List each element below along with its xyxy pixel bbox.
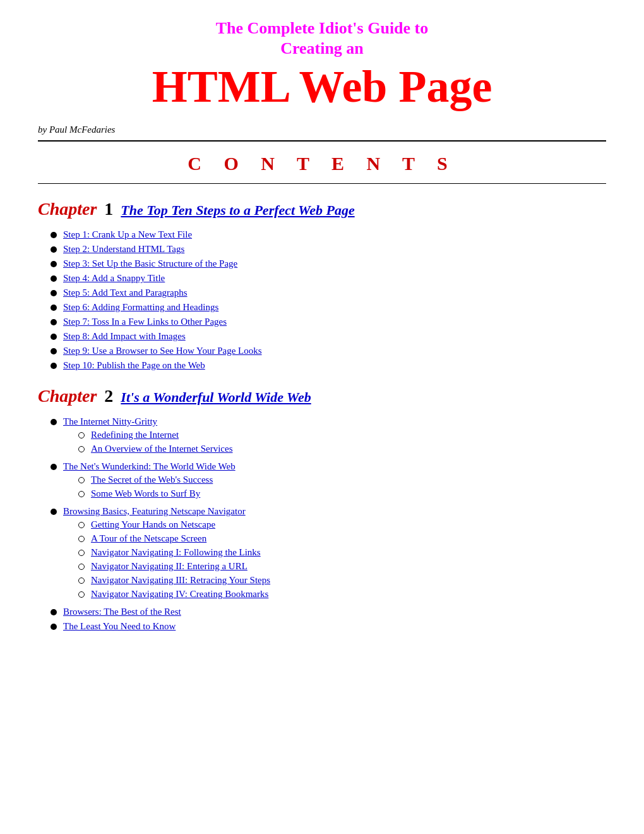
author-line: by Paul McFedaries (38, 124, 606, 135)
filled-bullet-icon (51, 419, 57, 425)
chapter-2-item-4-link[interactable]: Browsers: The Best of the Rest (63, 607, 181, 617)
list-item: Redefining the Internet (78, 430, 606, 440)
chapter-2-label: Chapter (38, 386, 97, 406)
chapter-2-item-3-sublist: Getting Your Hands on NetscapeA Tour of … (78, 519, 606, 600)
list-item: Step 2: Understand HTML Tags (51, 244, 606, 255)
chapter-2-item-3-sub-5-link[interactable]: Navigator Navigating III: Retracing Your… (91, 575, 270, 586)
filled-bullet-icon (51, 232, 57, 238)
chapter-1-label: Chapter (38, 199, 97, 219)
filled-bullet-icon (51, 348, 57, 354)
chapter-2-heading: Chapter2It's a Wonderful World Wide Web (38, 386, 606, 406)
contents-divider (38, 183, 606, 184)
chapter-1-item-5-link[interactable]: Step 5: Add Text and Paragraphs (63, 287, 188, 298)
list-item: Navigator Navigating IV: Creating Bookma… (78, 589, 606, 600)
list-item: The Net's Wunderkind: The World Wide Web… (51, 461, 606, 502)
list-item: A Tour of the Netscape Screen (78, 533, 606, 544)
chapter-1-item-4-link[interactable]: Step 4: Add a Snappy Title (63, 273, 165, 283)
chapter-2-item-2-sub-1-link[interactable]: The Secret of the Web's Success (91, 474, 213, 485)
open-bullet-icon (78, 550, 85, 556)
chapter-2-list: The Internet Nitty-GrittyRedefining the … (51, 416, 606, 632)
open-bullet-icon (78, 564, 85, 570)
chapter-2-item-3-sub-1-link[interactable]: Getting Your Hands on Netscape (91, 519, 215, 530)
chapter-2-item-5-link[interactable]: The Least You Need to Know (63, 621, 176, 631)
contents-heading: C O N T E N T S (38, 153, 606, 174)
chapter-2-item-2-sub-2-link[interactable]: Some Web Words to Surf By (91, 488, 200, 499)
chapter-2-item-3-link[interactable]: Browsing Basics, Featuring Netscape Navi… (63, 506, 246, 516)
filled-bullet-icon (51, 305, 57, 311)
header: The Complete Idiot's Guide to Creating a… (38, 19, 606, 112)
chapter-2-item-1-sub-1-link[interactable]: Redefining the Internet (91, 430, 179, 440)
list-item: Step 8: Add Impact with Images (51, 331, 606, 342)
chapter-2-item-3-sub-2-link[interactable]: A Tour of the Netscape Screen (91, 533, 206, 544)
list-item: The Secret of the Web's Success (78, 474, 606, 485)
list-item: Step 7: Toss In a Few Links to Other Pag… (51, 317, 606, 327)
list-item: Step 5: Add Text and Paragraphs (51, 287, 606, 298)
filled-bullet-icon (51, 624, 57, 630)
filled-bullet-icon (51, 290, 57, 296)
chapter-2-item-2-sublist: The Secret of the Web's SuccessSome Web … (78, 474, 606, 499)
list-item: Step 4: Add a Snappy Title (51, 273, 606, 284)
chapter-2-item-1-sublist: Redefining the InternetAn Overview of th… (78, 430, 606, 454)
list-item: An Overview of the Internet Services (78, 444, 606, 454)
filled-bullet-icon (51, 319, 57, 325)
header-divider (38, 140, 606, 142)
list-item: Step 9: Use a Browser to See How Your Pa… (51, 346, 606, 356)
list-item: Step 10: Publish the Page on the Web (51, 360, 606, 371)
list-item: Some Web Words to Surf By (78, 488, 606, 499)
list-item: The Least You Need to Know (51, 621, 606, 632)
chapter-2-item-2-link[interactable]: The Net's Wunderkind: The World Wide Web (63, 461, 236, 471)
chapter-1-item-9-link[interactable]: Step 9: Use a Browser to See How Your Pa… (63, 346, 262, 356)
chapter-2-item-1-sub-2-link[interactable]: An Overview of the Internet Services (91, 444, 233, 454)
chapter-1-item-2-link[interactable]: Step 2: Understand HTML Tags (63, 244, 184, 254)
chapter-1-item-6-link[interactable]: Step 6: Adding Formatting and Headings (63, 302, 218, 312)
chapter-1-item-7-link[interactable]: Step 7: Toss In a Few Links to Other Pag… (63, 317, 227, 327)
filled-bullet-icon (51, 261, 57, 267)
chapter-2-title-link[interactable]: It's a Wonderful World Wide Web (121, 389, 311, 406)
open-bullet-icon (78, 432, 85, 438)
subtitle-line2: Creating an (38, 39, 606, 58)
filled-bullet-icon (51, 246, 57, 253)
filled-bullet-icon (51, 509, 57, 515)
list-item: Step 3: Set Up the Basic Structure of th… (51, 258, 606, 269)
list-item: Navigator Navigating III: Retracing Your… (78, 575, 606, 586)
chapter-1-list: Step 1: Crank Up a New Text FileStep 2: … (51, 229, 606, 371)
chapter-1-heading: Chapter1The Top Ten Steps to a Perfect W… (38, 199, 606, 219)
list-item: Browsing Basics, Featuring Netscape Navi… (51, 506, 606, 603)
chapter-2-item-3-sub-4-link[interactable]: Navigator Navigating II: Entering a URL (91, 561, 247, 572)
chapter-2-number: 2 (104, 386, 113, 406)
filled-bullet-icon (51, 275, 57, 282)
main-title: HTML Web Page (38, 62, 606, 112)
list-item: Navigator Navigating II: Entering a URL (78, 561, 606, 572)
list-item: Browsers: The Best of the Rest (51, 607, 606, 617)
filled-bullet-icon (51, 363, 57, 369)
list-item: The Internet Nitty-GrittyRedefining the … (51, 416, 606, 457)
list-item: Step 1: Crank Up a New Text File (51, 229, 606, 240)
chapter-1-item-3-link[interactable]: Step 3: Set Up the Basic Structure of th… (63, 258, 237, 269)
filled-bullet-icon (51, 334, 57, 340)
chapter-1-item-10-link[interactable]: Step 10: Publish the Page on the Web (63, 360, 205, 370)
chapter-1-item-1-link[interactable]: Step 1: Crank Up a New Text File (63, 229, 192, 239)
open-bullet-icon (78, 536, 85, 542)
subtitle-line1: The Complete Idiot's Guide to (38, 19, 606, 38)
open-bullet-icon (78, 591, 85, 598)
open-bullet-icon (78, 577, 85, 584)
open-bullet-icon (78, 522, 85, 528)
open-bullet-icon (78, 491, 85, 497)
list-item: Navigator Navigating I: Following the Li… (78, 547, 606, 558)
filled-bullet-icon (51, 464, 57, 470)
open-bullet-icon (78, 446, 85, 452)
list-item: Step 6: Adding Formatting and Headings (51, 302, 606, 313)
chapters-container: Chapter1The Top Ten Steps to a Perfect W… (38, 199, 606, 632)
chapter-1-title-link[interactable]: The Top Ten Steps to a Perfect Web Page (121, 202, 354, 219)
chapter-2-item-3-sub-6-link[interactable]: Navigator Navigating IV: Creating Bookma… (91, 589, 268, 600)
open-bullet-icon (78, 477, 85, 483)
chapter-2-item-3-sub-3-link[interactable]: Navigator Navigating I: Following the Li… (91, 547, 261, 558)
chapter-2-item-1-link[interactable]: The Internet Nitty-Gritty (63, 416, 157, 426)
list-item: Getting Your Hands on Netscape (78, 519, 606, 530)
filled-bullet-icon (51, 609, 57, 615)
chapter-1-item-8-link[interactable]: Step 8: Add Impact with Images (63, 331, 186, 341)
chapter-1-number: 1 (104, 199, 113, 219)
